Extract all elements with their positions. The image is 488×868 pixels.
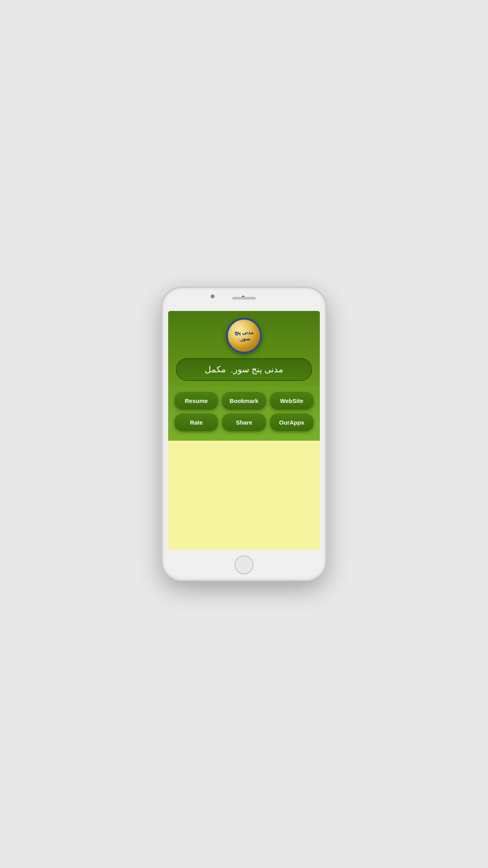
content-area: [168, 441, 320, 550]
app-header: مدنی پنج سورہ مدنی پنج سورہ مکمل: [168, 311, 320, 386]
app-logo: مدنی پنج سورہ: [226, 318, 262, 353]
phone-frame: مدنی پنج سورہ مدنی پنج سورہ مکمل Resume …: [161, 287, 327, 581]
website-button[interactable]: WebSite: [270, 392, 314, 410]
logo-text: مدنی پنج سورہ: [228, 329, 260, 342]
phone-speaker: [232, 297, 256, 300]
title-banner: مدنی پنج سورہ مکمل: [176, 358, 312, 381]
phone-home-button[interactable]: [235, 555, 253, 574]
ourapps-button[interactable]: OurApps: [270, 414, 314, 431]
resume-button[interactable]: Resume: [174, 392, 218, 410]
phone-camera: [211, 294, 215, 298]
rate-button[interactable]: Rate: [174, 414, 218, 431]
app-title: مدنی پنج سورہ مکمل: [205, 364, 283, 374]
phone-screen: مدنی پنج سورہ مدنی پنج سورہ مکمل Resume …: [168, 311, 320, 550]
buttons-section: Resume Bookmark WebSite Rate Share OurAp…: [168, 386, 320, 441]
button-row-1: Resume Bookmark WebSite: [174, 392, 314, 410]
button-row-2: Rate Share OurApps: [174, 414, 314, 431]
app-container: مدنی پنج سورہ مدنی پنج سورہ مکمل Resume …: [168, 311, 320, 550]
bookmark-button[interactable]: Bookmark: [222, 392, 266, 410]
share-button[interactable]: Share: [222, 414, 266, 431]
